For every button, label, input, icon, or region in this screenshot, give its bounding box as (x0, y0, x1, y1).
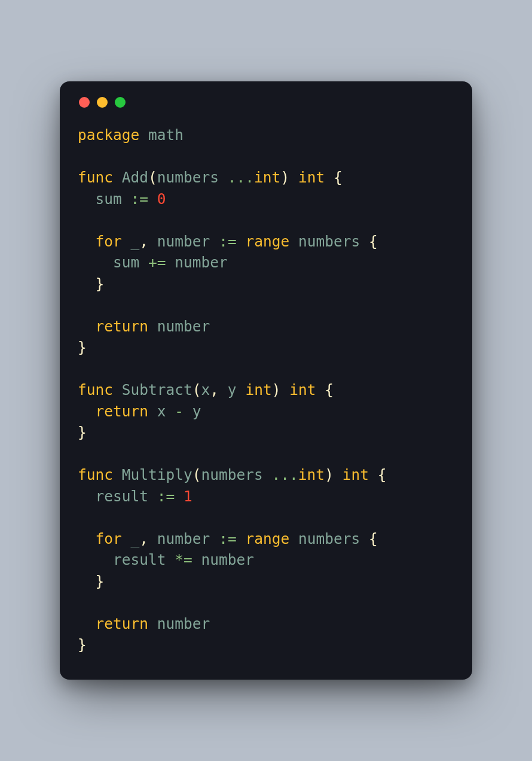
brace-close: } (78, 339, 87, 356)
brace-close: } (96, 573, 105, 590)
brace-close: } (96, 275, 105, 293)
lit-zero: 0 (157, 190, 166, 208)
param-y: y (228, 381, 237, 398)
var-y: y (192, 403, 201, 420)
var-number: number (157, 233, 210, 250)
type-int: int (298, 466, 325, 483)
comma: , (139, 530, 148, 547)
fn-multiply: Multiply (122, 466, 192, 483)
brace-close: } (78, 424, 87, 441)
var-sum: sum (96, 190, 122, 208)
param-numbers: numbers (157, 169, 219, 186)
blank-ident: _ (131, 233, 140, 250)
paren-close: ) (272, 381, 281, 398)
fn-add: Add (122, 169, 148, 186)
brace-close: } (78, 636, 87, 653)
lit-one: 1 (184, 488, 192, 505)
paren-open: ( (192, 466, 201, 483)
type-int: int (245, 381, 271, 398)
var-numbers: numbers (298, 233, 360, 250)
minimize-icon[interactable] (97, 97, 108, 108)
brace-open: { (369, 233, 378, 250)
op-pluseq: += (148, 254, 166, 271)
kw-func: func (78, 381, 113, 398)
param-x: x (201, 381, 210, 398)
var-number: number (201, 551, 255, 568)
var-x: x (157, 403, 166, 420)
brace-open: { (369, 530, 378, 547)
kw-range: range (245, 530, 289, 547)
brace-open: { (325, 381, 334, 398)
ret-int: int (289, 381, 316, 398)
var-number: number (157, 530, 210, 547)
ret-number: number (157, 615, 210, 632)
ellipsis: ... (228, 169, 254, 186)
kw-range: range (245, 233, 289, 250)
op-stareq: *= (175, 551, 192, 568)
kw-return: return (96, 615, 149, 632)
op-assign: := (219, 530, 237, 547)
comma: , (210, 381, 219, 398)
kw-func: func (78, 466, 113, 483)
var-sum: sum (113, 254, 139, 271)
paren-close: ) (325, 466, 334, 483)
kw-package: package (78, 126, 139, 144)
paren-close: ) (280, 169, 289, 186)
kw-return: return (96, 318, 149, 335)
comma: , (139, 233, 148, 250)
op-assign: := (157, 488, 175, 505)
type-int: int (254, 169, 280, 186)
var-numbers: numbers (298, 530, 360, 547)
paren-open: ( (148, 169, 157, 186)
close-icon[interactable] (79, 97, 90, 108)
code-window: package math func Add(numbers ...int) in… (60, 81, 472, 680)
ret-int: int (343, 466, 369, 483)
op-minus: - (175, 403, 184, 420)
paren-open: ( (192, 381, 201, 398)
window-titlebar (79, 97, 454, 108)
fn-subtract: Subtract (122, 381, 192, 398)
op-assign: := (131, 190, 149, 208)
var-result: result (96, 488, 149, 505)
brace-open: { (378, 466, 387, 483)
kw-for: for (96, 233, 122, 250)
var-result: result (113, 551, 166, 568)
brace-open: { (334, 169, 343, 186)
maximize-icon[interactable] (115, 97, 126, 108)
var-number: number (175, 254, 228, 271)
ellipsis: ... (272, 466, 298, 483)
kw-func: func (78, 169, 113, 186)
ret-int: int (298, 169, 325, 186)
pkg-name: math (148, 126, 184, 144)
blank-ident: _ (131, 530, 140, 547)
param-numbers: numbers (201, 466, 263, 483)
ret-number: number (157, 318, 210, 335)
op-assign: := (219, 233, 237, 250)
kw-for: for (96, 530, 122, 547)
kw-return: return (96, 403, 149, 420)
code-block: package math func Add(numbers ...int) in… (78, 124, 454, 656)
